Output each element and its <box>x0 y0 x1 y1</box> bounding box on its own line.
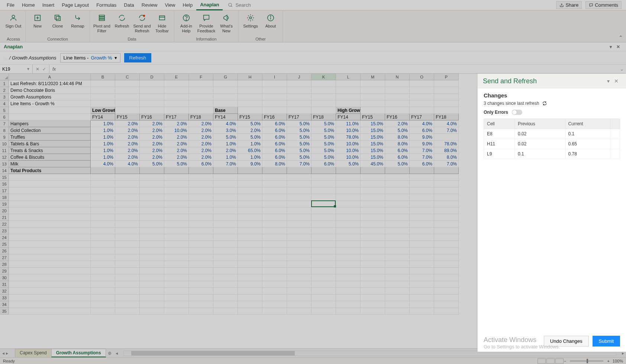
cell[interactable]: Last Refresh: 8/11/2020 1:44:46 PM <box>9 80 91 87</box>
cell[interactable]: 2.0% <box>189 120 213 127</box>
cell[interactable] <box>189 80 213 87</box>
row-header[interactable]: 29 <box>0 268 9 274</box>
whats-new-button[interactable]: What's New <box>217 12 236 36</box>
cell[interactable] <box>9 294 91 301</box>
cell[interactable]: Truffles <box>9 134 91 141</box>
cell[interactable] <box>213 87 238 94</box>
cell[interactable] <box>213 234 238 241</box>
cell[interactable] <box>189 288 213 294</box>
cell[interactable] <box>115 201 140 207</box>
cell[interactable] <box>312 268 336 274</box>
cell[interactable] <box>385 288 410 294</box>
cell[interactable] <box>238 248 262 254</box>
cell[interactable] <box>91 281 115 288</box>
cell[interactable] <box>361 181 385 187</box>
menu-tab-file[interactable]: File <box>3 0 18 10</box>
column-header[interactable]: E <box>164 74 189 80</box>
cell[interactable] <box>9 114 91 120</box>
cell[interactable] <box>385 221 410 228</box>
cell[interactable] <box>385 167 410 174</box>
cell[interactable] <box>385 187 410 194</box>
cell[interactable]: FY17 <box>164 114 189 120</box>
cell[interactable] <box>410 228 434 234</box>
cell[interactable] <box>312 248 336 254</box>
cell[interactable]: 5.0% <box>385 127 410 134</box>
cell[interactable] <box>361 234 385 241</box>
cell[interactable] <box>312 207 336 214</box>
cell[interactable] <box>213 194 238 201</box>
cell[interactable] <box>189 107 213 114</box>
cell[interactable] <box>361 221 385 228</box>
cell[interactable] <box>115 268 140 274</box>
cell[interactable] <box>312 221 336 228</box>
cell[interactable] <box>312 261 336 268</box>
cell[interactable] <box>238 261 262 268</box>
cell[interactable] <box>91 167 115 174</box>
row-header[interactable]: 26 <box>0 248 9 254</box>
cell[interactable] <box>164 301 189 308</box>
cell[interactable] <box>385 100 410 107</box>
menu-tab-formulas[interactable]: Formulas <box>93 0 120 10</box>
cell[interactable] <box>115 294 140 301</box>
cell[interactable] <box>262 100 287 107</box>
cell[interactable] <box>385 87 410 94</box>
cell[interactable] <box>91 261 115 268</box>
cell[interactable] <box>140 80 164 87</box>
about-button[interactable]: About <box>261 12 280 36</box>
cell[interactable]: 15.0% <box>361 147 385 154</box>
cell[interactable]: 1.0% <box>91 154 115 161</box>
row-header[interactable]: 4 <box>0 100 9 107</box>
cell[interactable] <box>361 241 385 248</box>
fx-icon[interactable]: fx <box>49 67 59 72</box>
name-box[interactable]: K19 ▼ <box>0 65 33 73</box>
hide-toolbar-button[interactable]: Hide Toolbar <box>152 12 172 36</box>
cell[interactable] <box>115 100 140 107</box>
cell[interactable]: 5.0% <box>238 134 262 141</box>
cell[interactable] <box>189 207 213 214</box>
cell[interactable] <box>140 167 164 174</box>
cell[interactable] <box>336 301 361 308</box>
cell[interactable] <box>189 261 213 268</box>
sheet-tab-capex-spend[interactable]: Capex Spend <box>15 349 52 357</box>
cell[interactable] <box>262 248 287 254</box>
cell[interactable] <box>385 80 410 87</box>
share-button[interactable]: Share <box>556 1 582 9</box>
cell[interactable] <box>213 181 238 187</box>
cell[interactable] <box>91 228 115 234</box>
cell[interactable] <box>91 308 115 315</box>
cell[interactable] <box>336 207 361 214</box>
cell[interactable] <box>189 234 213 241</box>
cell[interactable] <box>312 254 336 261</box>
cell[interactable] <box>287 107 312 114</box>
cell[interactable] <box>434 134 459 141</box>
cell[interactable]: 2.0% <box>164 134 189 141</box>
cell[interactable] <box>385 234 410 241</box>
cell[interactable] <box>238 214 262 221</box>
cell[interactable]: 10.0% <box>336 141 361 147</box>
cell[interactable] <box>213 288 238 294</box>
cell[interactable] <box>385 181 410 187</box>
cell[interactable] <box>312 181 336 187</box>
cell[interactable]: 6.0% <box>410 161 434 167</box>
cell[interactable]: 5.0% <box>287 154 312 161</box>
cell[interactable] <box>361 274 385 281</box>
cell[interactable] <box>115 194 140 201</box>
cell[interactable] <box>213 174 238 181</box>
cell[interactable] <box>9 181 91 187</box>
cell[interactable] <box>189 274 213 281</box>
cell[interactable]: Treats & Snacks <box>9 147 91 154</box>
cell[interactable] <box>385 281 410 288</box>
clone-button[interactable]: Clone <box>48 12 67 36</box>
cell[interactable] <box>410 221 434 228</box>
cell[interactable]: 5.0% <box>287 134 312 141</box>
cell[interactable] <box>9 288 91 294</box>
row-header[interactable]: 24 <box>0 234 9 241</box>
cell[interactable] <box>262 107 287 114</box>
column-header[interactable]: K <box>312 74 336 80</box>
cell[interactable]: 15.0% <box>361 134 385 141</box>
row-header[interactable]: 7 <box>0 120 9 127</box>
menu-tab-page-layout[interactable]: Page Layout <box>58 0 93 10</box>
cell[interactable] <box>287 261 312 268</box>
new-button[interactable]: New <box>28 12 47 36</box>
cell[interactable] <box>164 261 189 268</box>
